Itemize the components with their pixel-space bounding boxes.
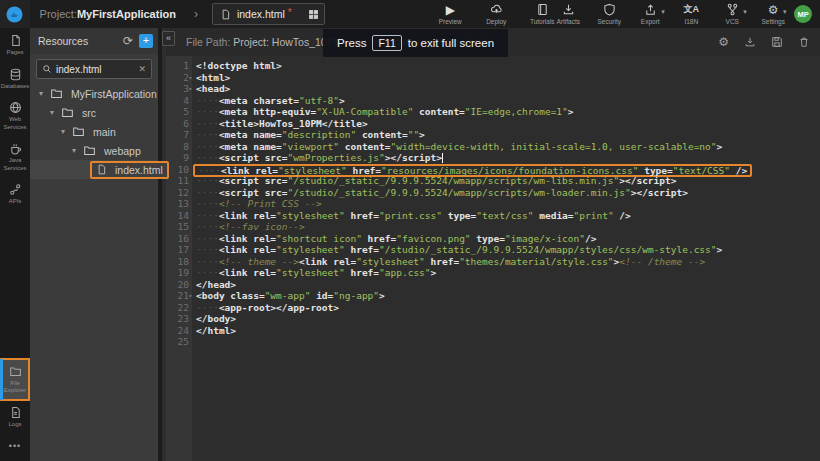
- save-icon[interactable]: [771, 36, 783, 48]
- code-line[interactable]: <head>: [196, 83, 820, 95]
- code-line[interactable]: ····<meta name="description" content="">: [196, 129, 820, 141]
- highlighted-code-line[interactable]: ····<link rel="stylesheet" href="resourc…: [196, 164, 820, 176]
- collapse-arrow-icon[interactable]: ▾: [36, 89, 46, 98]
- code-line[interactable]: <html>: [196, 72, 820, 84]
- tree-item-webapp[interactable]: ▾webapp: [30, 141, 158, 160]
- download-tray-icon: [562, 3, 575, 16]
- import-icon[interactable]: [744, 36, 756, 48]
- security-button[interactable]: Security: [596, 3, 622, 25]
- tree-item-src[interactable]: ▾src: [30, 103, 158, 122]
- code-line[interactable]: ····<link rel="stylesheet" href="app.css…: [196, 267, 820, 279]
- chevron-right-icon: ›: [194, 7, 198, 21]
- artifacts-button[interactable]: Artifacts: [555, 3, 581, 25]
- top-bar: Project:MyFirstApplication › index.html …: [0, 0, 820, 28]
- grid-view-icon[interactable]: [308, 9, 319, 20]
- tree-item-main[interactable]: ▾main: [30, 122, 158, 141]
- deploy-button[interactable]: Deploy: [483, 3, 509, 25]
- preview-button[interactable]: ▶Preview: [437, 3, 463, 25]
- line-number: 16: [166, 233, 189, 245]
- sidebar-item-databases[interactable]: Databases: [0, 62, 30, 96]
- code-line[interactable]: ····<!--fav icon-->: [196, 221, 820, 233]
- code-line[interactable]: ····<meta charset="utf-8">: [196, 95, 820, 107]
- chevron-down-icon: ▾: [743, 8, 747, 16]
- folder-icon: [61, 106, 74, 119]
- code-line[interactable]: [196, 336, 820, 348]
- code-line[interactable]: ····<link rel="stylesheet" href="/studio…: [196, 244, 820, 256]
- book-icon: [536, 3, 549, 16]
- collapse-arrow-icon[interactable]: ▾: [69, 146, 79, 155]
- fold-arrow-icon[interactable]: ▾: [188, 72, 192, 84]
- line-number: 10: [166, 164, 189, 176]
- code-line[interactable]: ····<title>HowTos_10PM</title>: [196, 118, 820, 130]
- i18n-button[interactable]: 文AI18N: [678, 3, 704, 25]
- code-line[interactable]: ····<!-- theme --><link rel="stylesheet"…: [196, 256, 820, 268]
- line-number: 24: [166, 325, 189, 337]
- export-button[interactable]: ▾Export: [637, 3, 663, 25]
- line-number: 9: [166, 152, 189, 164]
- tree-item-index-html[interactable]: index.html: [30, 160, 158, 179]
- line-number: 14: [166, 210, 189, 222]
- tutorials-button[interactable]: Tutorials: [529, 3, 555, 25]
- app-logo[interactable]: [0, 0, 30, 28]
- collapse-panel-button[interactable]: «: [162, 31, 175, 46]
- folder-icon: [50, 87, 63, 100]
- code-line[interactable]: <!doctype html>: [196, 60, 820, 72]
- fullscreen-notification: Press F11 to exit full screen: [323, 29, 508, 57]
- resource-search-box: ✕: [36, 59, 152, 79]
- tab-index-html[interactable]: index.html *: [212, 3, 325, 25]
- line-number: 11: [166, 175, 189, 187]
- search-icon: [42, 64, 52, 74]
- code-line[interactable]: ····<script src="/studio/_static_/9.9.9.…: [196, 175, 820, 187]
- code-line[interactable]: <body class="wm-app" id="ng-app">: [196, 290, 820, 302]
- user-avatar[interactable]: MP: [794, 5, 812, 23]
- code-line[interactable]: ····<script src="wmProperties.js"></scri…: [196, 152, 820, 164]
- sidebar-item-java-services[interactable]: JavaServices: [0, 136, 30, 177]
- code-line[interactable]: ····<meta name="viewport" content="width…: [196, 141, 820, 153]
- code-line[interactable]: ····<script src="/studio/_static_/9.9.9.…: [196, 187, 820, 199]
- line-number: 5: [166, 106, 189, 118]
- tree-item-myfirstapplication[interactable]: ▾MyFirstApplication: [30, 84, 158, 103]
- add-resource-button[interactable]: +: [139, 34, 153, 48]
- wavemaker-studio-window: Project:MyFirstApplication › index.html …: [0, 0, 820, 461]
- collapse-arrow-icon[interactable]: ▾: [47, 108, 57, 117]
- fold-arrow-icon[interactable]: ▾: [188, 83, 192, 95]
- wavemaker-logo-icon: [6, 6, 23, 23]
- code-line[interactable]: ····<app-root></app-root>: [196, 302, 820, 314]
- refresh-icon[interactable]: ⟳: [123, 34, 133, 48]
- line-number: 21▾: [166, 290, 189, 302]
- fold-arrow-icon[interactable]: ▾: [188, 290, 192, 302]
- code-lines[interactable]: <!doctype html><html><head>····<meta cha…: [192, 56, 820, 461]
- sidebar-item-pages[interactable]: Pages: [0, 28, 30, 62]
- sidebar-more-button[interactable]: •••: [0, 433, 30, 461]
- code-line[interactable]: </head>: [196, 279, 820, 291]
- code-line[interactable]: ····<!-- Print CSS -->: [196, 198, 820, 210]
- collapse-arrow-icon[interactable]: ▾: [58, 127, 68, 136]
- file-tree: ▾MyFirstApplication▾src▾main▾webappindex…: [30, 84, 158, 179]
- sidebar-item-apis[interactable]: APIs: [0, 177, 30, 211]
- code-line[interactable]: </html>: [196, 325, 820, 337]
- line-number: 4: [166, 95, 189, 107]
- delete-icon[interactable]: [798, 36, 810, 48]
- folder-icon: [72, 125, 85, 138]
- code-editor[interactable]: 12▾3▾456789101112131415161718192021▾2223…: [166, 56, 820, 461]
- code-line[interactable]: ····<meta http-equiv="X-UA-Compatible" c…: [196, 106, 820, 118]
- sidebar-item-web-services[interactable]: WebServices: [0, 95, 30, 136]
- text-cursor: [442, 153, 443, 163]
- sidebar-item-file-explorer[interactable]: FileExplorer: [1, 359, 29, 400]
- branch-icon: ▾: [726, 3, 739, 16]
- f11-key-badge: F11: [372, 35, 401, 51]
- settings-button[interactable]: ⚙▾Settings: [760, 3, 786, 25]
- tab-file-name: index.html: [237, 8, 285, 20]
- code-line[interactable]: ····<link rel="shortcut icon" href="favi…: [196, 233, 820, 245]
- editor-settings-gear-icon[interactable]: ⚙: [718, 35, 729, 49]
- code-line[interactable]: </body>: [196, 313, 820, 325]
- project-breadcrumb: Project:MyFirstApplication: [40, 8, 176, 20]
- vcs-button[interactable]: ▾VCS: [719, 3, 745, 25]
- unsaved-indicator: *: [288, 7, 292, 18]
- clear-search-icon[interactable]: ✕: [138, 64, 146, 74]
- nodes-icon: [9, 183, 22, 196]
- cloud-up-icon: [490, 3, 503, 16]
- code-line[interactable]: ····<link rel="stylesheet" href="print.c…: [196, 210, 820, 222]
- sidebar-item-logs[interactable]: Logs: [0, 400, 30, 434]
- search-input[interactable]: [56, 64, 134, 75]
